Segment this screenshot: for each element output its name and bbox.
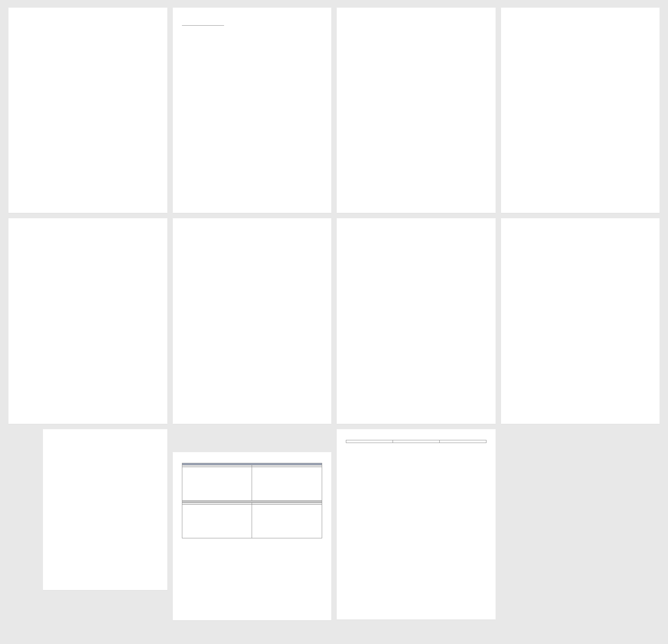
page-7-financial-eval xyxy=(337,218,496,423)
page-5-key-activities xyxy=(8,218,167,423)
opportunities-cell[interactable] xyxy=(182,504,252,538)
col-item xyxy=(393,440,439,443)
page-6-market-analysis xyxy=(173,218,332,423)
page-8-marketing-assessment xyxy=(501,218,660,423)
weaknesses-cell[interactable] xyxy=(252,467,322,500)
page-10-swot xyxy=(173,452,332,620)
page-9-operational-planning xyxy=(43,429,167,590)
signature-line xyxy=(182,25,224,26)
page-2-forward xyxy=(173,8,332,213)
col-location xyxy=(439,440,486,443)
appendices-table xyxy=(346,440,486,443)
page-1-cover xyxy=(8,8,167,213)
strengths-cell[interactable] xyxy=(182,467,252,500)
col-appendix xyxy=(346,440,393,443)
page-4-exec-summary xyxy=(501,8,660,213)
page-11-appendices xyxy=(337,429,496,619)
page-3-toc xyxy=(337,8,496,213)
threats-cell[interactable] xyxy=(252,504,322,538)
swot-table xyxy=(182,463,323,538)
